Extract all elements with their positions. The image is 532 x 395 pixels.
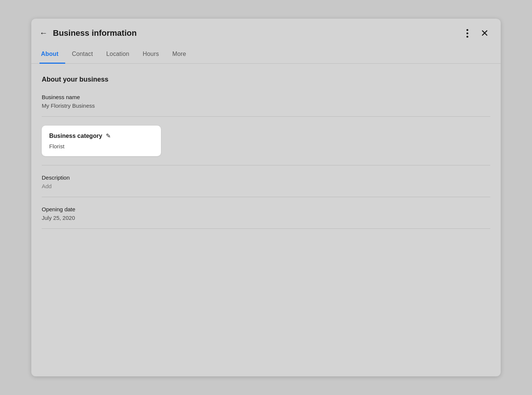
back-button[interactable]: ←	[39, 27, 51, 40]
divider-4	[42, 228, 490, 229]
description-label: Description	[42, 174, 490, 181]
business-category-value: Florist	[49, 143, 153, 149]
divider-3	[42, 197, 490, 197]
panel-header: ← Business information ✕	[31, 19, 501, 46]
description-add[interactable]: Add	[42, 183, 490, 189]
business-category-label: Business category	[49, 133, 102, 139]
back-icon: ←	[39, 28, 48, 38]
tab-about[interactable]: About	[39, 46, 65, 64]
tab-hours[interactable]: Hours	[136, 46, 165, 64]
content-area: About your business Business name My Flo…	[31, 64, 501, 248]
category-card-header: Business category ✎	[49, 132, 153, 139]
business-info-panel: ← Business information ✕ About Contact L…	[31, 19, 501, 376]
opening-date-value: July 25, 2020	[42, 215, 490, 221]
business-category-card[interactable]: Business category ✎ Florist	[42, 126, 161, 156]
divider-2	[42, 165, 490, 165]
tab-bar: About Contact Location Hours More	[31, 46, 501, 64]
tab-location[interactable]: Location	[99, 46, 136, 64]
business-name-value: My Floristry Business	[42, 102, 490, 109]
tab-more[interactable]: More	[166, 46, 193, 64]
business-name-label: Business name	[42, 94, 490, 100]
description-section: Description Add	[42, 174, 490, 189]
close-icon: ✕	[481, 28, 489, 38]
section-title: About your business	[42, 76, 490, 83]
close-button[interactable]: ✕	[479, 27, 490, 40]
tab-contact[interactable]: Contact	[65, 46, 99, 64]
more-dots-icon	[463, 29, 472, 38]
panel-title: Business information	[53, 28, 137, 38]
opening-date-section: Opening date July 25, 2020	[42, 206, 490, 221]
more-options-button[interactable]	[461, 27, 473, 39]
header-actions: ✕	[461, 27, 490, 40]
opening-date-label: Opening date	[42, 206, 490, 212]
business-name-section: Business name My Floristry Business	[42, 94, 490, 109]
divider-1	[42, 116, 490, 117]
edit-icon[interactable]: ✎	[106, 132, 111, 139]
